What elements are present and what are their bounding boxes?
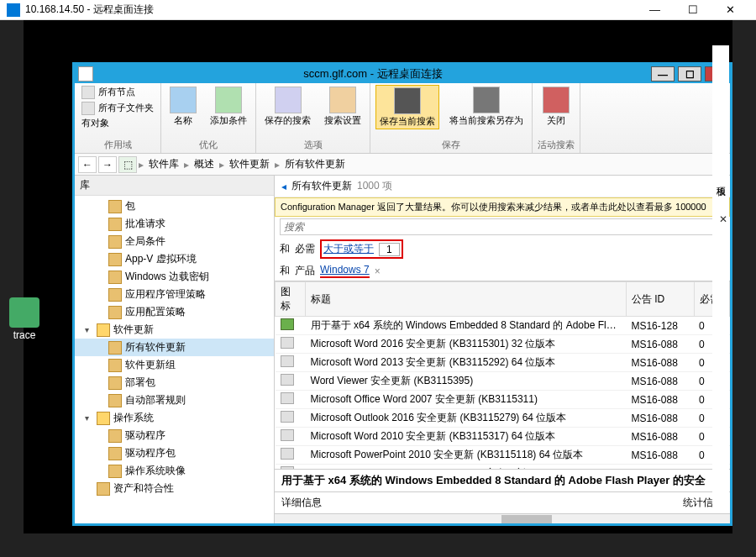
tree-item[interactable]: App-V 虚拟环境	[75, 250, 274, 268]
folder-icon	[97, 323, 110, 337]
filter-product-link[interactable]: Windows 7	[320, 264, 370, 278]
minimize-button[interactable]: —	[636, 0, 674, 20]
tree-item[interactable]: 驱动程序包	[75, 444, 274, 462]
forward-button[interactable]: →	[98, 156, 117, 173]
tree-item-label: 包	[125, 199, 135, 213]
tree-item[interactable]: 资产和符合性	[75, 480, 274, 497]
saved-search-button[interactable]: 保存的搜索	[261, 85, 314, 128]
col-title[interactable]: 标题	[306, 282, 627, 317]
name-button[interactable]: 名称	[166, 85, 200, 128]
outer-titlebar[interactable]: 10.168.14.50 - 远程桌面连接 — ☐ ✕	[0, 0, 756, 20]
breadcrumb-item[interactable]: 所有软件更新	[280, 157, 350, 171]
tree-item[interactable]: 部署包	[75, 374, 274, 391]
item-icon	[108, 359, 122, 372]
ribbon: 所有节点 所有子文件夹 有对象 作用域 名称 添加条件 优化	[75, 83, 730, 154]
save-current-search-button[interactable]: 保存当前搜索	[375, 85, 439, 129]
sidebar: 库 包批准请求全局条件App-V 虚拟环境Windows 边载密钥应用程序管理策…	[75, 176, 275, 523]
highlight-box: 大于或等于 1	[320, 239, 403, 259]
table-row[interactable]: Microsoft Office Word 2007 安全更新 (KB31153…	[276, 391, 730, 409]
breadcrumb-item[interactable]: 软件库	[144, 157, 184, 171]
tree-item[interactable]: 驱动程序	[75, 427, 274, 444]
tree-item[interactable]: 应用程序管理策略	[75, 286, 274, 303]
item-icon	[108, 376, 122, 390]
save-search-as-button[interactable]: 将当前搜索另存为	[446, 85, 527, 128]
tree-item[interactable]: 包	[75, 197, 274, 215]
back-chevron-icon[interactable]: ◂	[281, 181, 286, 192]
table-row[interactable]: Word Viewer 安全更新 (KB3115395)MS16-0880	[276, 372, 730, 391]
main-header: ◂ 所有软件更新 1000 项	[275, 176, 730, 197]
tree-item[interactable]: Windows 边载密钥	[75, 268, 274, 286]
ribbon-group-active: 关闭 活动搜索	[533, 83, 580, 153]
search-settings-button[interactable]: 搜索设置	[321, 85, 365, 128]
table-row[interactable]: Microsoft Word 2013 安全更新 (KB3115292) 64 …	[276, 354, 730, 372]
table-row[interactable]: 用于基于 x64 系统的 Windows Embedded 8 Standard…	[276, 317, 730, 335]
tree-item[interactable]: 自动部署规则	[75, 391, 274, 409]
tree-item[interactable]: 批准请求	[75, 215, 274, 233]
add-criteria-button[interactable]: 添加条件	[207, 85, 250, 128]
tree-item-label: 操作系统映像	[125, 464, 186, 478]
table-row[interactable]: Microsoft Word 2016 安全更新 (KB3115301) 32 …	[276, 335, 730, 354]
cell-bulletin: MS16-088	[626, 372, 694, 391]
inner-titlebar[interactable]: sccm.glf.com - 远程桌面连接 — ☐ ✕	[75, 65, 730, 83]
breadcrumb-item[interactable]: 概述	[189, 157, 219, 171]
tab-stats[interactable]: 统计信息	[502, 492, 730, 513]
item-icon	[108, 253, 122, 266]
close-button[interactable]: ✕	[711, 0, 749, 20]
add-criteria-icon	[215, 87, 242, 113]
remove-filter-button[interactable]: ×	[375, 265, 381, 277]
search-settings-icon	[329, 87, 356, 113]
cell-title: Microsoft Office Word 2007 安全更新 (KB31153…	[306, 391, 627, 409]
all-subfolders-button[interactable]: 所有子文件夹	[80, 101, 155, 116]
inner-maximize-button[interactable]: ☐	[678, 66, 701, 81]
back-button[interactable]: ←	[78, 156, 97, 173]
col-icon[interactable]: 图标	[276, 282, 306, 317]
close-search-button[interactable]: 关闭	[539, 85, 573, 128]
ribbon-group-scope: 所有节点 所有子文件夹 有对象 作用域	[75, 83, 161, 153]
cell-title: Word Viewer 安全更新 (KB3115395)	[306, 372, 627, 391]
filter-value[interactable]: 1	[379, 243, 400, 256]
tree-item[interactable]: 全局条件	[75, 233, 274, 250]
panel-close-icon[interactable]: ✕	[719, 213, 727, 225]
inner-minimize-button[interactable]: —	[651, 66, 675, 81]
cell-title: Microsoft Outlook 2016 安全更新 (KB3115279) …	[306, 409, 627, 428]
folder-icon	[97, 412, 110, 425]
filter-operator-link[interactable]: 大于或等于	[323, 242, 374, 256]
ribbon-group-optimize: 名称 添加条件 优化	[161, 83, 256, 153]
maximize-button[interactable]: ☐	[674, 0, 711, 20]
info-bar[interactable]: Configuration Manager 返回了大量结果。你可以使用搜索来减少…	[275, 197, 730, 217]
all-nodes-button[interactable]: 所有节点	[80, 85, 155, 100]
tree-item[interactable]: 操作系统映像	[75, 462, 274, 480]
tree-item[interactable]: ▾操作系统	[75, 409, 274, 427]
tree-item-label: 资产和符合性	[113, 481, 174, 496]
breadcrumb-item[interactable]: 软件更新	[224, 157, 275, 171]
filter-row-product: 和 产品 Windows 7 ×	[275, 261, 730, 281]
tree-item-label: 驱动程序包	[125, 446, 176, 460]
table-row[interactable]: Microsoft Outlook 2016 安全更新 (KB3115279) …	[276, 409, 730, 428]
update-icon	[281, 429, 294, 441]
table-row[interactable]: Microsoft PowerPoint 2010 安全更新 (KB311511…	[276, 446, 730, 465]
outer-rdp-window: 10.168.14.50 - 远程桌面连接 — ☐ ✕ trace sccm.g…	[0, 0, 756, 557]
tree-item[interactable]: 应用配置策略	[75, 303, 274, 321]
cell-bulletin: MS16-088	[626, 354, 694, 372]
expand-icon: ▾	[85, 325, 93, 334]
col-bulletin[interactable]: 公告 ID	[626, 282, 694, 317]
tree-item[interactable]: 软件更新组	[75, 356, 274, 374]
scrollbar-thumb[interactable]	[501, 515, 552, 523]
nav-tree: 包批准请求全局条件App-V 虚拟环境Windows 边载密钥应用程序管理策略应…	[75, 196, 274, 499]
update-icon	[281, 411, 294, 423]
desktop-item-trace[interactable]: trace	[3, 297, 45, 341]
table-row[interactable]: Microsoft Word 2010 安全更新 (KB3115317) 64 …	[276, 428, 730, 446]
trace-icon	[9, 297, 39, 328]
item-icon	[108, 429, 122, 443]
tree-item[interactable]: ▾软件更新	[75, 321, 274, 339]
app-icon	[78, 66, 93, 81]
tree-item[interactable]: 所有软件更新	[75, 339, 274, 356]
tab-details[interactable]: 详细信息	[275, 492, 502, 513]
horizontal-scrollbar[interactable]	[275, 513, 730, 523]
search-input[interactable]	[280, 218, 725, 235]
cell-title: Microsoft Word 2013 安全更新 (KB3115292) 64 …	[306, 354, 627, 372]
home-button[interactable]: ⬚	[118, 156, 137, 173]
breadcrumb-bar: ← → ⬚ ▸ 软件库 ▸ 概述 ▸ 软件更新 ▸ 所有软件更新	[75, 154, 730, 176]
current-obj-button[interactable]: 有对象	[80, 117, 155, 129]
update-icon	[281, 337, 294, 349]
